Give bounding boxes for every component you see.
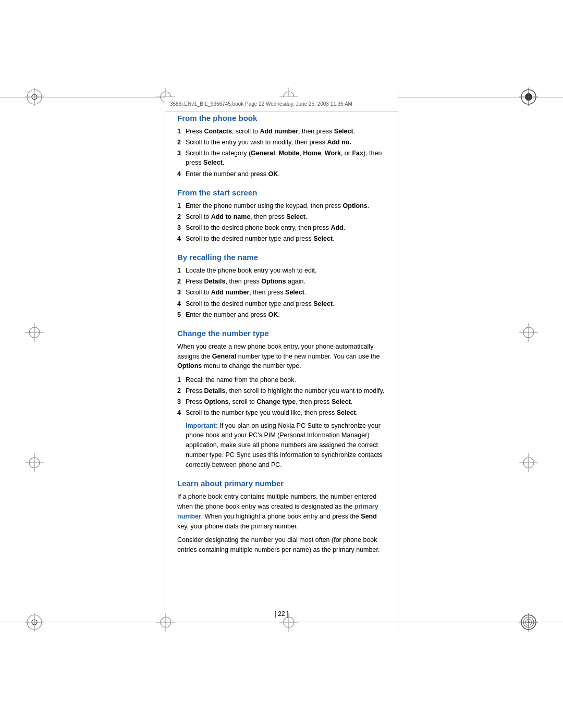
step-text: Enter the number and press OK.	[186, 310, 386, 319]
list-by-recalling: 1 Locate the phone book entry you wish t…	[177, 266, 386, 319]
step-text: Press Details, then scroll to highlight …	[186, 386, 386, 396]
list-item: 4 Enter the number and press OK.	[177, 169, 386, 179]
section-change-number-type: Change the number type When you create a…	[177, 329, 386, 470]
step-text: Scroll to the entry you wish to modify, …	[186, 138, 386, 147]
reg-mark-mid2-right	[519, 453, 538, 472]
change-number-type-intro: When you create a new phone book entry, …	[177, 342, 386, 371]
header-text: 3586i.ENv1_BIL_9356745.book Page 22 Wedn…	[165, 101, 352, 107]
list-item: 3 Scroll to the desired phone book entry…	[177, 223, 386, 232]
section-from-start-screen: From the start screen 1 Enter the phone …	[177, 188, 386, 244]
heading-from-phone-book: From the phone book	[177, 114, 386, 122]
step-text: Enter the number and press OK.	[186, 169, 386, 179]
list-item: 3 Press Options, scroll to Change type, …	[177, 397, 386, 406]
learn-primary-para1: If a phone book entry contains multiple …	[177, 492, 386, 531]
list-item: 1 Press Contacts, scroll to Add number, …	[177, 127, 386, 136]
reg-mark-bot-center-left	[156, 613, 175, 632]
header-bar: 3586i.ENv1_BIL_9356745.book Page 22 Wedn…	[165, 97, 398, 112]
step-num: 3	[177, 149, 186, 167]
list-item: 4 Scroll to the number type you would li…	[177, 408, 386, 417]
list-item: 4 Scroll to the desired number type and …	[177, 299, 386, 309]
important-label: Important:	[186, 422, 218, 429]
reg-mark-bot-right	[519, 613, 538, 632]
step-num: 2	[177, 277, 186, 286]
step-text: Scroll to the number type you would like…	[186, 408, 386, 417]
important-text: Important: If you plan on using Nokia PC…	[186, 421, 386, 470]
reg-mark-top-left	[25, 88, 44, 106]
step-text: Locate the phone book entry you wish to …	[186, 266, 386, 275]
heading-by-recalling: By recalling the name	[177, 253, 386, 262]
step-text: Press Options, scroll to Change type, th…	[186, 397, 386, 406]
vline-right	[398, 88, 398, 632]
important-box: Important: If you plan on using Nokia PC…	[186, 421, 386, 470]
list-change-number-type: 1 Recall the name from the phone book. 2…	[177, 375, 386, 418]
step-num: 4	[177, 234, 186, 243]
step-text: Scroll to the category (General, Mobile,…	[186, 149, 386, 167]
list-item: 1 Enter the phone number using the keypa…	[177, 201, 386, 211]
reg-mark-top-right	[519, 88, 538, 106]
step-text: Press Contacts, scroll to Add number, th…	[186, 127, 386, 136]
step-num: 2	[177, 386, 186, 396]
heading-change-number-type: Change the number type	[177, 329, 386, 338]
step-num: 1	[177, 201, 186, 211]
list-item: 5 Enter the number and press OK.	[177, 310, 386, 319]
page-number: [ 22 ]	[275, 610, 289, 618]
step-text: Enter the phone number using the keypad,…	[186, 201, 386, 211]
step-text: Scroll to the desired number type and pr…	[186, 299, 386, 309]
step-num: 2	[177, 212, 186, 221]
section-by-recalling: By recalling the name 1 Locate the phone…	[177, 253, 386, 319]
step-num: 4	[177, 408, 186, 417]
section-from-phone-book: From the phone book 1 Press Contacts, sc…	[177, 114, 386, 179]
step-text: Scroll to the desired phone book entry, …	[186, 223, 386, 232]
step-num: 4	[177, 299, 186, 309]
step-num: 3	[177, 288, 186, 297]
step-num: 4	[177, 169, 186, 179]
list-item: 2 Scroll to Add to name, then press Sele…	[177, 212, 386, 221]
reg-mark-mid-left	[25, 323, 44, 342]
step-num: 1	[177, 266, 186, 275]
list-item: 4 Scroll to the desired number type and …	[177, 234, 386, 243]
list-from-start-screen: 1 Enter the phone number using the keypa…	[177, 201, 386, 244]
step-num: 3	[177, 397, 186, 406]
content-area: From the phone book 1 Press Contacts, sc…	[177, 114, 386, 608]
heading-from-start-screen: From the start screen	[177, 188, 386, 197]
heading-learn-primary-number: Learn about primary number	[177, 479, 386, 488]
learn-primary-para2: Consider designating the number you dial…	[177, 535, 386, 555]
step-text: Scroll to Add to name, then press Select…	[186, 212, 386, 221]
step-num: 1	[177, 127, 186, 136]
page: 3586i.ENv1_BIL_9356745.book Page 22 Wedn…	[0, 0, 563, 728]
step-num: 5	[177, 310, 186, 319]
list-item: 3 Scroll to the category (General, Mobil…	[177, 149, 386, 167]
reg-mark-mid-right	[519, 323, 538, 342]
step-num: 3	[177, 223, 186, 232]
list-item: 2 Scroll to the entry you wish to modify…	[177, 138, 386, 147]
section-learn-primary-number: Learn about primary number If a phone bo…	[177, 479, 386, 555]
vline-left	[165, 88, 165, 632]
step-num: 1	[177, 375, 186, 385]
list-from-phone-book: 1 Press Contacts, scroll to Add number, …	[177, 127, 386, 179]
step-text: Scroll to the desired number type and pr…	[186, 234, 386, 243]
step-num: 2	[177, 138, 186, 147]
list-item: 1 Locate the phone book entry you wish t…	[177, 266, 386, 275]
list-item: 1 Recall the name from the phone book.	[177, 375, 386, 385]
step-text: Press Details, then press Options again.	[186, 277, 386, 286]
list-item: 3 Scroll to Add number, then press Selec…	[177, 288, 386, 297]
primary-number-link: primary number	[177, 503, 378, 520]
list-item: 2 Press Details, then scroll to highligh…	[177, 386, 386, 396]
reg-mark-mid2-left	[25, 453, 44, 472]
list-item: 2 Press Details, then press Options agai…	[177, 277, 386, 286]
reg-mark-bot-left	[25, 613, 44, 632]
step-text: Scroll to Add number, then press Select.	[186, 288, 386, 297]
step-text: Recall the name from the phone book.	[186, 375, 386, 385]
